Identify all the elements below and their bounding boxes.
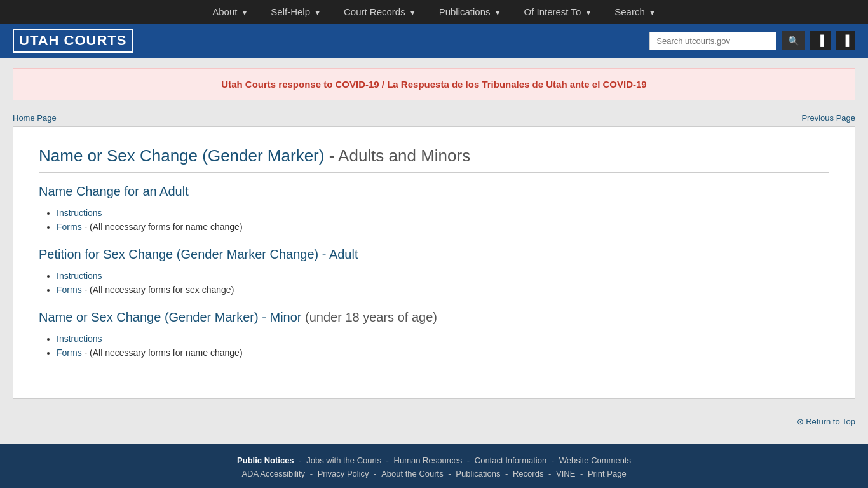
nav-court-records[interactable]: Court Records ▼ — [344, 6, 416, 17]
footer-hr[interactable]: Human Resources — [394, 456, 463, 465]
home-page-link[interactable]: Home Page — [13, 113, 57, 123]
section-heading-sex-change: Petition for Sex Change (Gender Marker C… — [39, 247, 829, 262]
list-item: Forms - (All necessary forms for sex cha… — [57, 285, 829, 295]
footer-sep: - — [448, 469, 453, 478]
footer-jobs[interactable]: Jobs with the Courts — [306, 456, 381, 465]
list-item: Forms - (All necessary forms for name ch… — [57, 348, 829, 358]
footer-sep: - — [467, 456, 472, 465]
minor-list: Instructions Forms - (All necessary form… — [39, 334, 829, 358]
instructions-link-3[interactable]: Instructions — [57, 334, 102, 344]
title-divider — [39, 172, 829, 173]
search-input[interactable] — [649, 32, 776, 50]
list-item: Forms - (All necessary forms for name ch… — [57, 222, 829, 232]
search-button[interactable]: 🔍 — [782, 31, 805, 50]
nav-of-interest-to[interactable]: Of Interest To ▼ — [524, 6, 592, 17]
page-title-sub: - Adults and Minors — [324, 146, 470, 165]
list-item: Instructions — [57, 334, 829, 344]
footer-vine[interactable]: VINE — [556, 469, 575, 478]
return-to-top-link[interactable]: ⊙ Return to Top — [797, 417, 855, 426]
nav-search[interactable]: Search ▼ — [614, 6, 656, 17]
section-heading-adult-name: Name Change for an Adult — [39, 184, 829, 199]
footer-sep: - — [552, 456, 557, 465]
covid-link[interactable]: Utah Courts response to COVID-19 / La Re… — [221, 79, 646, 90]
nav-publications[interactable]: Publications ▼ — [439, 6, 501, 17]
sex-change-list: Instructions Forms - (All necessary form… — [39, 271, 829, 295]
section-heading-minor: Name or Sex Change (Gender Marker) - Min… — [39, 310, 829, 325]
list-item: Instructions — [57, 208, 829, 218]
footer-website-comments[interactable]: Website Comments — [559, 456, 631, 465]
page-title-main: Name or Sex Change (Gender Marker) — [39, 146, 324, 165]
page-title: Name or Sex Change (Gender Marker) - Adu… — [39, 146, 829, 166]
header-icon-btn-2[interactable]: ▐ — [836, 31, 855, 50]
instructions-link-2[interactable]: Instructions — [57, 271, 102, 281]
footer-print[interactable]: Print Page — [588, 469, 627, 478]
footer-ada[interactable]: ADA Accessibility — [241, 469, 305, 478]
site-logo: UTAH COURTS — [13, 29, 133, 53]
header-right: 🔍 ▐ ▐ — [649, 31, 855, 50]
nav-about[interactable]: About ▼ — [212, 6, 248, 17]
main-content: Name or Sex Change (Gender Marker) - Adu… — [13, 126, 855, 399]
footer-sep: - — [548, 469, 553, 478]
covid-banner: Utah Courts response to COVID-19 / La Re… — [13, 68, 855, 100]
footer-sep: - — [386, 456, 391, 465]
instructions-link-1[interactable]: Instructions — [57, 208, 102, 218]
forms-link-3[interactable]: Forms — [57, 348, 82, 358]
footer-sep: - — [299, 456, 304, 465]
footer: Public Notices - Jobs with the Courts - … — [0, 444, 868, 488]
forms-link-2[interactable]: Forms — [57, 285, 82, 295]
footer-row-2: ADA Accessibility - Privacy Policy - Abo… — [13, 469, 855, 478]
top-navigation: About ▼ Self-Help ▼ Court Records ▼ Publ… — [0, 0, 868, 24]
footer-privacy[interactable]: Privacy Policy — [318, 469, 369, 478]
site-header: UTAH COURTS 🔍 ▐ ▐ — [0, 24, 868, 58]
footer-contact[interactable]: Contact Information — [475, 456, 546, 465]
breadcrumb: Home Page Previous Page — [0, 111, 868, 126]
footer-sep: - — [310, 469, 315, 478]
footer-sep: - — [374, 469, 379, 478]
adult-name-list: Instructions Forms - (All necessary form… — [39, 208, 829, 232]
footer-records[interactable]: Records — [513, 469, 543, 478]
footer-public-notices[interactable]: Public Notices — [237, 456, 294, 465]
return-to-top: ⊙ Return to Top — [0, 412, 868, 431]
footer-row-1: Public Notices - Jobs with the Courts - … — [13, 456, 855, 465]
previous-page-link[interactable]: Previous Page — [801, 113, 855, 123]
forms-link-1[interactable]: Forms — [57, 222, 82, 232]
nav-selfhelp[interactable]: Self-Help ▼ — [271, 6, 321, 17]
footer-sep: - — [580, 469, 585, 478]
footer-sep: - — [505, 469, 510, 478]
list-item: Instructions — [57, 271, 829, 281]
footer-about-courts[interactable]: About the Courts — [381, 469, 444, 478]
footer-publications[interactable]: Publications — [456, 469, 500, 478]
header-icon-btn-1[interactable]: ▐ — [810, 31, 830, 50]
